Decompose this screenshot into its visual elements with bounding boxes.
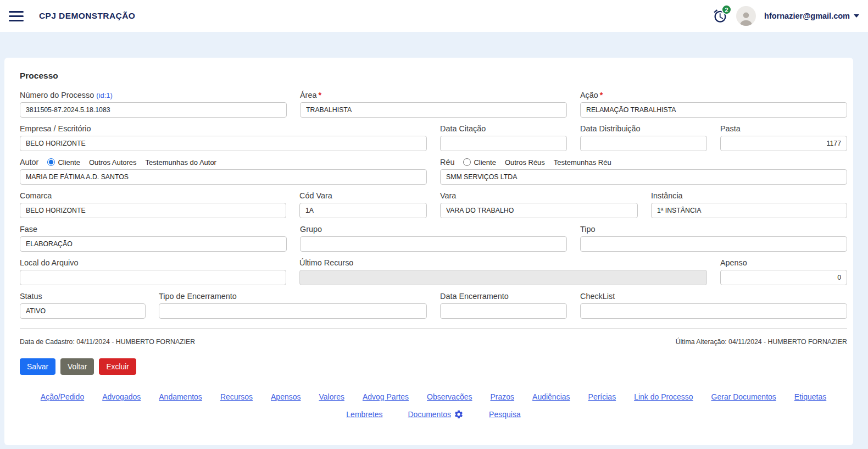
comarca-input[interactable] [20, 203, 286, 218]
nav-link-documentos-group: Documentos [408, 409, 464, 419]
nav-link-prazos[interactable]: Prazos [490, 392, 514, 401]
autor-cliente-radio-input[interactable] [47, 158, 55, 166]
status-input[interactable] [20, 303, 146, 319]
autor-cliente-radio[interactable]: Cliente [47, 158, 80, 167]
data-cadastro-text: Data de Cadastro: 04/11/2024 - HUMBERTO … [20, 338, 195, 346]
checklist-input[interactable] [580, 303, 847, 319]
nav-link-valores[interactable]: Valores [319, 392, 344, 401]
grupo-label: Grupo [300, 225, 567, 234]
testemunhas-autor-link[interactable]: Testemunhas do Autor [146, 158, 216, 167]
page-title: Processo [20, 71, 847, 81]
processo-card: Processo Número do Processo (id:1) Área*… [4, 58, 853, 445]
salvar-button[interactable]: Salvar [20, 358, 55, 375]
tipo-label: Tipo [580, 225, 847, 234]
user-silhouette-icon [738, 9, 754, 26]
nav-link-advogados[interactable]: Advogados [102, 392, 141, 401]
pasta-label: Pasta [720, 124, 847, 133]
local-arquivo-label: Local do Arquivo [20, 258, 286, 267]
user-email: hfornazier@gmail.com [764, 12, 850, 20]
page-background: Processo Número do Processo (id:1) Área*… [0, 32, 868, 445]
data-encerramento-input[interactable] [440, 303, 567, 319]
nav-link-gerar-documentos[interactable]: Gerar Documentos [711, 392, 776, 401]
grupo-input[interactable] [300, 236, 567, 252]
form-row-6: Local do Arquivo Último Recurso Apenso [20, 258, 847, 285]
excluir-button[interactable]: Excluir [99, 358, 136, 375]
numero-processo-input[interactable] [20, 102, 287, 118]
field-tipo-encerramento: Tipo de Encerramento [159, 292, 427, 319]
field-fase: Fase [20, 225, 287, 252]
apenso-input[interactable] [720, 270, 847, 285]
form-row-4: Comarca Cód Vara Vara Instância [20, 191, 847, 218]
nav-link-apensos[interactable]: Apensos [271, 392, 301, 401]
nav-link-acao-pedido[interactable]: Ação/Pedido [41, 392, 84, 401]
area-input[interactable] [300, 102, 567, 118]
field-pasta: Pasta [720, 124, 847, 151]
data-citacao-label: Data Citação [440, 124, 567, 133]
id-tag[interactable]: (id:1) [96, 91, 113, 99]
reu-label: Réu [440, 158, 454, 167]
notification-count-badge: 2 [721, 4, 732, 15]
pasta-input[interactable] [720, 136, 847, 151]
apenso-label: Apenso [720, 258, 847, 267]
field-instancia: Instância [651, 191, 847, 218]
field-cod-vara: Cód Vara [299, 191, 427, 218]
reu-cliente-radio[interactable]: Cliente [463, 158, 496, 167]
cod-vara-label: Cód Vara [299, 191, 427, 200]
outros-reus-link[interactable]: Outros Réus [505, 158, 545, 167]
nav-link-audiencias[interactable]: Audiências [532, 392, 570, 401]
action-buttons: Salvar Voltar Excluir [20, 358, 847, 375]
hamburger-menu-icon[interactable] [9, 11, 24, 21]
fase-input[interactable] [20, 236, 287, 252]
voltar-button[interactable]: Voltar [60, 358, 94, 375]
data-citacao-input[interactable] [440, 136, 567, 151]
fase-label: Fase [20, 225, 287, 234]
acao-input[interactable] [580, 102, 847, 118]
nav-link-advog-partes[interactable]: Advog Partes [363, 392, 409, 401]
form-row-2: Empresa / Escritório Data Citação Data D… [20, 124, 847, 151]
alarm-notifications-button[interactable]: 2 [713, 8, 728, 24]
outros-autores-link[interactable]: Outros Autores [89, 158, 137, 167]
field-grupo: Grupo [300, 225, 567, 252]
field-data-encerramento: Data Encerramento [440, 292, 567, 319]
data-distribuicao-input[interactable] [580, 136, 707, 151]
reu-input[interactable] [440, 169, 847, 185]
nav-link-observacoes[interactable]: Observações [427, 392, 472, 401]
nav-link-pericias[interactable]: Perícias [588, 392, 616, 401]
reu-cliente-radio-input[interactable] [463, 158, 471, 166]
tipo-input[interactable] [580, 236, 847, 252]
form-row-7: Status Tipo de Encerramento Data Encerra… [20, 292, 847, 319]
cod-vara-input[interactable] [299, 203, 427, 218]
field-autor: Autor Cliente Outros Autores Testemunhas… [20, 158, 427, 185]
testemunhas-reu-link[interactable]: Testemunhas Réu [554, 158, 611, 167]
tipo-encerramento-input[interactable] [159, 303, 427, 319]
vara-input[interactable] [440, 203, 638, 218]
tipo-encerramento-label: Tipo de Encerramento [159, 292, 427, 301]
area-label: Área* [300, 91, 567, 99]
nav-link-pesquisa[interactable]: Pesquisa [489, 410, 521, 419]
nav-link-link-do-processo[interactable]: Link do Processo [634, 392, 693, 401]
empresa-label: Empresa / Escritório [20, 124, 427, 133]
autor-input[interactable] [20, 169, 427, 185]
data-distribuicao-label: Data Distribuição [580, 124, 707, 133]
nav-link-documentos[interactable]: Documentos [408, 410, 451, 419]
nav-link-recursos[interactable]: Recursos [220, 392, 253, 401]
field-status: Status [20, 292, 146, 319]
local-arquivo-input[interactable] [20, 270, 286, 285]
instancia-input[interactable] [651, 203, 847, 218]
empresa-input[interactable] [20, 136, 427, 151]
ultima-alteracao-text: Última Alteração: 04/11/2024 - HUMBERTO … [676, 338, 847, 346]
ultimo-recurso-input [299, 270, 707, 285]
nav-link-andamentos[interactable]: Andamentos [159, 392, 202, 401]
gear-icon[interactable] [454, 409, 464, 419]
nav-link-etiquetas[interactable]: Etiquetas [794, 392, 826, 401]
avatar[interactable] [736, 6, 756, 26]
user-menu[interactable]: hfornazier@gmail.com [764, 12, 859, 20]
comarca-label: Comarca [20, 191, 286, 200]
numero-processo-label: Número do Processo (id:1) [20, 91, 287, 99]
required-marker: * [600, 91, 603, 99]
autor-label: Autor [20, 158, 38, 167]
related-links-nav: Ação/Pedido Advogados Andamentos Recurso… [20, 392, 847, 419]
field-numero-processo: Número do Processo (id:1) [20, 91, 287, 118]
field-checklist: CheckList [580, 292, 847, 319]
nav-link-lembretes[interactable]: Lembretes [346, 410, 382, 419]
